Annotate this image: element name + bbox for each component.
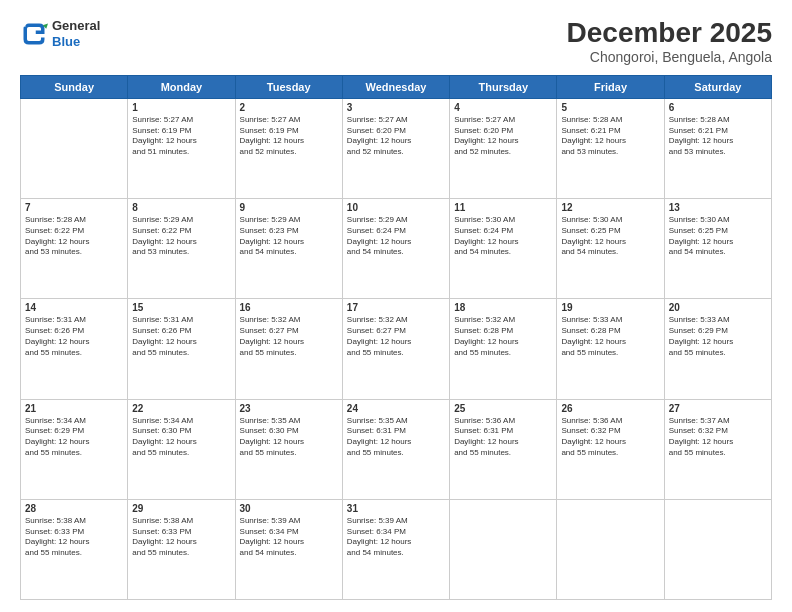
day-info: Sunrise: 5:32 AM Sunset: 6:27 PM Dayligh… [240,315,338,358]
calendar-cell: 10Sunrise: 5:29 AM Sunset: 6:24 PM Dayli… [342,199,449,299]
day-header-tuesday: Tuesday [235,75,342,98]
day-number: 6 [669,102,767,113]
calendar-cell: 18Sunrise: 5:32 AM Sunset: 6:28 PM Dayli… [450,299,557,399]
calendar-cell: 8Sunrise: 5:29 AM Sunset: 6:22 PM Daylig… [128,199,235,299]
day-number: 16 [240,302,338,313]
day-number: 24 [347,403,445,414]
week-row-4: 21Sunrise: 5:34 AM Sunset: 6:29 PM Dayli… [21,399,772,499]
page: General Blue December 2025 Chongoroi, Be… [0,0,792,612]
calendar-cell: 21Sunrise: 5:34 AM Sunset: 6:29 PM Dayli… [21,399,128,499]
logo-line2: Blue [52,34,100,50]
day-number: 10 [347,202,445,213]
day-header-friday: Friday [557,75,664,98]
day-info: Sunrise: 5:27 AM Sunset: 6:19 PM Dayligh… [240,115,338,158]
day-info: Sunrise: 5:28 AM Sunset: 6:22 PM Dayligh… [25,215,123,258]
day-number: 26 [561,403,659,414]
day-info: Sunrise: 5:33 AM Sunset: 6:29 PM Dayligh… [669,315,767,358]
calendar-cell: 23Sunrise: 5:35 AM Sunset: 6:30 PM Dayli… [235,399,342,499]
header: General Blue December 2025 Chongoroi, Be… [20,18,772,65]
day-number: 5 [561,102,659,113]
day-number: 8 [132,202,230,213]
day-number: 28 [25,503,123,514]
day-info: Sunrise: 5:30 AM Sunset: 6:25 PM Dayligh… [669,215,767,258]
day-info: Sunrise: 5:37 AM Sunset: 6:32 PM Dayligh… [669,416,767,459]
day-info: Sunrise: 5:38 AM Sunset: 6:33 PM Dayligh… [132,516,230,559]
day-number: 20 [669,302,767,313]
week-row-3: 14Sunrise: 5:31 AM Sunset: 6:26 PM Dayli… [21,299,772,399]
day-number: 3 [347,102,445,113]
calendar-table: SundayMondayTuesdayWednesdayThursdayFrid… [20,75,772,600]
day-header-sunday: Sunday [21,75,128,98]
main-title: December 2025 [567,18,772,49]
day-number: 7 [25,202,123,213]
day-number: 14 [25,302,123,313]
week-row-2: 7Sunrise: 5:28 AM Sunset: 6:22 PM Daylig… [21,199,772,299]
day-number: 29 [132,503,230,514]
calendar-cell: 12Sunrise: 5:30 AM Sunset: 6:25 PM Dayli… [557,199,664,299]
calendar-cell: 20Sunrise: 5:33 AM Sunset: 6:29 PM Dayli… [664,299,771,399]
subtitle: Chongoroi, Benguela, Angola [567,49,772,65]
day-number: 21 [25,403,123,414]
calendar-cell: 15Sunrise: 5:31 AM Sunset: 6:26 PM Dayli… [128,299,235,399]
calendar-cell: 19Sunrise: 5:33 AM Sunset: 6:28 PM Dayli… [557,299,664,399]
calendar-cell [450,499,557,599]
calendar-cell: 3Sunrise: 5:27 AM Sunset: 6:20 PM Daylig… [342,98,449,198]
calendar-cell: 17Sunrise: 5:32 AM Sunset: 6:27 PM Dayli… [342,299,449,399]
week-row-5: 28Sunrise: 5:38 AM Sunset: 6:33 PM Dayli… [21,499,772,599]
calendar-cell: 13Sunrise: 5:30 AM Sunset: 6:25 PM Dayli… [664,199,771,299]
calendar-cell: 27Sunrise: 5:37 AM Sunset: 6:32 PM Dayli… [664,399,771,499]
day-number: 23 [240,403,338,414]
calendar-cell: 24Sunrise: 5:35 AM Sunset: 6:31 PM Dayli… [342,399,449,499]
day-info: Sunrise: 5:34 AM Sunset: 6:29 PM Dayligh… [25,416,123,459]
calendar-cell: 6Sunrise: 5:28 AM Sunset: 6:21 PM Daylig… [664,98,771,198]
day-header-monday: Monday [128,75,235,98]
day-number: 19 [561,302,659,313]
calendar-cell: 2Sunrise: 5:27 AM Sunset: 6:19 PM Daylig… [235,98,342,198]
day-number: 30 [240,503,338,514]
calendar-cell: 16Sunrise: 5:32 AM Sunset: 6:27 PM Dayli… [235,299,342,399]
day-info: Sunrise: 5:33 AM Sunset: 6:28 PM Dayligh… [561,315,659,358]
day-info: Sunrise: 5:34 AM Sunset: 6:30 PM Dayligh… [132,416,230,459]
day-number: 31 [347,503,445,514]
day-info: Sunrise: 5:28 AM Sunset: 6:21 PM Dayligh… [561,115,659,158]
calendar-cell: 7Sunrise: 5:28 AM Sunset: 6:22 PM Daylig… [21,199,128,299]
day-info: Sunrise: 5:31 AM Sunset: 6:26 PM Dayligh… [132,315,230,358]
calendar-cell: 5Sunrise: 5:28 AM Sunset: 6:21 PM Daylig… [557,98,664,198]
day-number: 12 [561,202,659,213]
week-row-1: 1Sunrise: 5:27 AM Sunset: 6:19 PM Daylig… [21,98,772,198]
day-number: 2 [240,102,338,113]
day-number: 27 [669,403,767,414]
day-info: Sunrise: 5:27 AM Sunset: 6:19 PM Dayligh… [132,115,230,158]
logo-line1: General [52,18,100,34]
day-number: 17 [347,302,445,313]
calendar-cell [664,499,771,599]
calendar-cell: 4Sunrise: 5:27 AM Sunset: 6:20 PM Daylig… [450,98,557,198]
day-number: 15 [132,302,230,313]
day-info: Sunrise: 5:36 AM Sunset: 6:31 PM Dayligh… [454,416,552,459]
day-header-thursday: Thursday [450,75,557,98]
day-info: Sunrise: 5:31 AM Sunset: 6:26 PM Dayligh… [25,315,123,358]
logo: General Blue [20,18,100,49]
day-number: 18 [454,302,552,313]
day-info: Sunrise: 5:36 AM Sunset: 6:32 PM Dayligh… [561,416,659,459]
title-block: December 2025 Chongoroi, Benguela, Angol… [567,18,772,65]
calendar-cell: 14Sunrise: 5:31 AM Sunset: 6:26 PM Dayli… [21,299,128,399]
day-info: Sunrise: 5:29 AM Sunset: 6:24 PM Dayligh… [347,215,445,258]
calendar-cell: 25Sunrise: 5:36 AM Sunset: 6:31 PM Dayli… [450,399,557,499]
day-header-wednesday: Wednesday [342,75,449,98]
logo-text: General Blue [52,18,100,49]
day-info: Sunrise: 5:30 AM Sunset: 6:25 PM Dayligh… [561,215,659,258]
calendar-cell: 11Sunrise: 5:30 AM Sunset: 6:24 PM Dayli… [450,199,557,299]
day-number: 11 [454,202,552,213]
day-number: 1 [132,102,230,113]
logo-icon [20,20,48,48]
day-info: Sunrise: 5:29 AM Sunset: 6:23 PM Dayligh… [240,215,338,258]
calendar-cell: 30Sunrise: 5:39 AM Sunset: 6:34 PM Dayli… [235,499,342,599]
day-info: Sunrise: 5:32 AM Sunset: 6:28 PM Dayligh… [454,315,552,358]
day-info: Sunrise: 5:28 AM Sunset: 6:21 PM Dayligh… [669,115,767,158]
day-info: Sunrise: 5:30 AM Sunset: 6:24 PM Dayligh… [454,215,552,258]
day-number: 22 [132,403,230,414]
calendar-cell: 9Sunrise: 5:29 AM Sunset: 6:23 PM Daylig… [235,199,342,299]
calendar-cell [557,499,664,599]
day-number: 13 [669,202,767,213]
